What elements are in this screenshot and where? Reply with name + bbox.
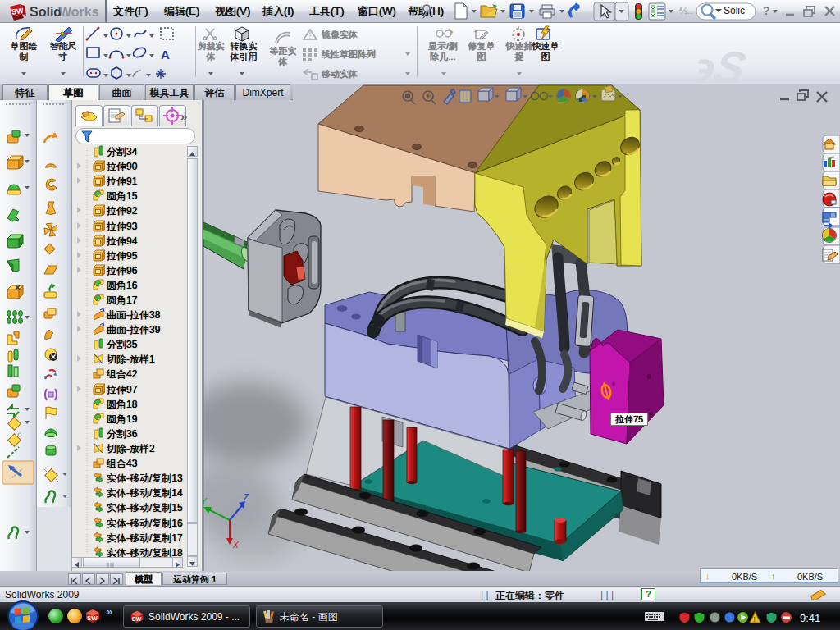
svg-text:A: A — [161, 48, 170, 62]
svg-text:?: ? — [763, 4, 770, 17]
svg-text:!: ! — [753, 614, 756, 623]
svg-text:Solid: Solid — [30, 5, 62, 19]
svg-text:SW: SW — [87, 614, 98, 622]
svg-text:Z: Z — [243, 493, 249, 502]
svg-text:X: X — [232, 541, 239, 550]
svg-text:⅍..: ⅍.. — [678, 6, 692, 16]
svg-text:+: + — [473, 28, 477, 35]
svg-text:SW: SW — [132, 615, 142, 623]
svg-text:Works: Works — [59, 5, 99, 19]
svg-text:Solic: Solic — [724, 5, 745, 16]
svg-text:϶S: ϶S — [696, 45, 750, 84]
svg-text:SW: SW — [11, 7, 25, 16]
